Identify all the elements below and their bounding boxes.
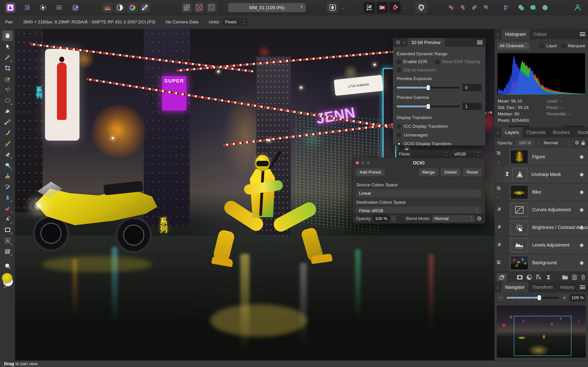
panel-menu-icon[interactable] <box>580 29 588 39</box>
layer-checkbox[interactable]: Layer <box>540 43 557 48</box>
tab-transform[interactable]: Transform <box>528 282 556 292</box>
boolean-intersect-icon[interactable] <box>540 2 550 13</box>
layer-row-background[interactable]: Background <box>494 254 588 272</box>
tab-history[interactable]: History <box>556 282 578 292</box>
new-layer-icon[interactable] <box>572 275 577 280</box>
panel-grip-icon[interactable]: || <box>494 29 502 39</box>
source-colour-space-select[interactable]: Linear ⌃⌄ <box>356 189 481 198</box>
zoom-in-button[interactable]: + <box>561 294 568 301</box>
tab-layers[interactable]: Layers <box>502 127 523 137</box>
panel-menu-icon[interactable] <box>477 38 485 47</box>
pen-tool[interactable] <box>2 214 13 224</box>
zoom-out-button[interactable]: − <box>497 294 504 301</box>
zoom-slider[interactable] <box>506 297 559 299</box>
delete-button[interactable]: Delete <box>441 168 460 176</box>
merge-button[interactable]: Merge <box>419 168 439 176</box>
enable-edr-checkbox[interactable]: Enable EDR <box>397 59 427 64</box>
delete-layer-trash-icon[interactable] <box>581 275 586 280</box>
tab-channels[interactable]: Channels <box>523 127 549 137</box>
layer-thumbnail[interactable] <box>512 168 527 181</box>
close-window-icon[interactable] <box>356 161 359 165</box>
group-layers-icon[interactable] <box>562 275 568 280</box>
tone-mapping-persona-icon[interactable] <box>54 2 65 13</box>
snapping-magnet-icon[interactable] <box>389 2 401 13</box>
clone-brush-tool[interactable] <box>2 171 13 181</box>
gradient-tool[interactable] <box>2 117 13 127</box>
panel-grip-icon[interactable]: || <box>494 127 502 137</box>
account-person-icon[interactable] <box>572 2 583 13</box>
layers-blend-mode-select[interactable]: Normal ⌃⌄ <box>541 140 573 146</box>
ocio-space-select[interactable]: sRGB ⌃⌄ <box>452 150 482 158</box>
navigator-viewport-rect[interactable] <box>514 316 572 356</box>
flood-fill-tool[interactable] <box>2 106 13 117</box>
layer-thumbnail[interactable] <box>510 185 528 199</box>
gamma-value-input[interactable]: 1 <box>462 103 482 110</box>
burn-brush-tool[interactable] <box>2 203 13 214</box>
text-tool[interactable]: A <box>2 235 13 246</box>
marquee-checkbox[interactable]: Marquee <box>561 43 585 48</box>
gamma-slider[interactable] <box>397 106 460 107</box>
auto-white-balance-icon[interactable] <box>139 2 150 13</box>
auto-colours-icon[interactable] <box>127 2 138 13</box>
layer-visibility-toggle[interactable] <box>580 261 583 265</box>
clip-to-maximum-checkbox[interactable]: Clip to maximum <box>397 67 436 73</box>
live-filter-hourglass-icon[interactable] <box>546 275 551 280</box>
layer-visibility-toggle[interactable] <box>580 208 583 212</box>
layer-visibility-toggle[interactable] <box>580 191 583 194</box>
marquee-select-tool[interactable] <box>2 95 13 106</box>
add-pixel-layer-button[interactable] <box>497 273 507 281</box>
channels-select[interactable]: All Channels ⌃⌄ <box>497 42 529 50</box>
close-icon[interactable] <box>393 38 403 47</box>
layer-thumbnail[interactable] <box>510 203 528 217</box>
quick-mask-chevron-icon[interactable]: ⌄ <box>340 2 346 13</box>
layer-thumbnail[interactable] <box>510 256 528 270</box>
assistant-robot-icon[interactable] <box>415 2 427 13</box>
tab-stock[interactable]: Stock <box>573 127 588 137</box>
ocio-titlebar[interactable]: OCIO <box>353 158 485 168</box>
snapping-chevron-icon[interactable]: ⌄ <box>402 2 408 13</box>
layer-row-unsharp-mask[interactable]: Unsharp Mask <box>494 166 588 184</box>
live-filter-fx-icon[interactable]: FX <box>536 275 543 280</box>
units-select[interactable]: Pixels ⌃⌄ <box>223 18 247 26</box>
layer-visibility-toggle[interactable] <box>580 173 583 176</box>
move-to-back-icon[interactable] <box>481 2 491 13</box>
panel-grip-icon[interactable]: || <box>403 38 405 47</box>
deselect-icon[interactable] <box>194 2 204 13</box>
paint-brush-tool[interactable] <box>2 127 13 138</box>
auto-contrast-icon[interactable] <box>115 2 125 13</box>
layers-opacity-value[interactable]: 100 % <box>515 140 535 146</box>
tab-32bit-preview[interactable]: 32-bit Preview <box>407 38 445 47</box>
develop-persona-icon[interactable] <box>38 2 48 13</box>
gear-icon[interactable]: ⚙ <box>477 215 482 222</box>
opacity-value-input[interactable]: 100 % <box>374 215 389 222</box>
photo-persona-icon[interactable] <box>5 2 16 13</box>
opacity-chevron-icon[interactable]: ⌄ <box>391 215 396 222</box>
slider-thumb[interactable] <box>426 85 430 90</box>
layer-row-levels[interactable]: Levels Adjustment <box>494 236 588 254</box>
blur-brush-tool[interactable] <box>2 192 13 203</box>
document-canvas[interactable]: SUPER L?VE HUMANS JENN 系列 系列 <box>15 29 494 360</box>
colour-swatch-well[interactable]: ⇄ <box>1 273 14 287</box>
tab-colour[interactable]: Colour <box>530 29 551 39</box>
primary-colour-swatch[interactable] <box>2 273 12 283</box>
unmanaged-radio[interactable]: Unmanaged <box>397 133 482 138</box>
collapse-chevron-icon[interactable]: ⌄ <box>497 159 500 164</box>
blemish-removal-tool[interactable] <box>2 160 13 170</box>
selection-border-icon[interactable] <box>206 2 217 13</box>
layer-row-brightness-contrast[interactable]: Brightness / Contrast Adjustn <box>494 219 588 236</box>
move-tool[interactable] <box>2 41 13 52</box>
show-edr-clipping-checkbox[interactable]: Show EDR Clipping <box>435 59 480 64</box>
undo-brush-tool[interactable] <box>2 181 13 192</box>
erase-brush-tool[interactable] <box>2 149 13 160</box>
opacity-chevron-icon[interactable]: ⌄ <box>537 141 540 145</box>
navigator-thumbnail[interactable] <box>497 306 586 358</box>
reset-button[interactable]: Reset <box>463 168 482 176</box>
exposure-value-input[interactable]: 0 <box>462 84 482 91</box>
tab-navigator[interactable]: Navigator <box>502 282 528 292</box>
layer-visibility-toggle[interactable] <box>580 226 583 229</box>
view-pan-tool[interactable] <box>2 31 13 41</box>
exposure-slider[interactable] <box>397 87 460 89</box>
boolean-subtract-icon[interactable] <box>528 2 538 13</box>
colour-picker-tool[interactable] <box>2 52 13 63</box>
rectangle-tool[interactable] <box>2 225 13 235</box>
